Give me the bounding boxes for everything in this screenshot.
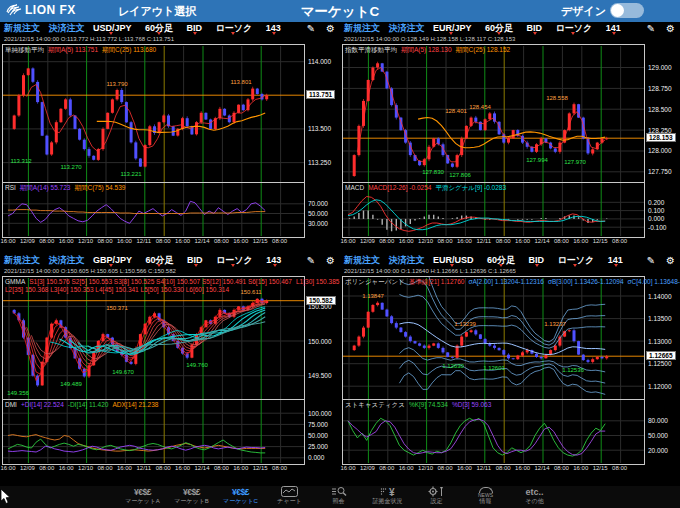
axis-tick: 50.000 bbox=[648, 432, 668, 439]
nav-market-b[interactable]: ¥€$£ マーケットB bbox=[167, 486, 216, 508]
axis-tick: 150.000 bbox=[308, 338, 332, 345]
svg-text:127.806: 127.806 bbox=[449, 172, 471, 178]
panel-gbpjpy: 新規注文 決済注文 GBP/JPY 60分足 BID ローソク 143 ✎⚙ 2… bbox=[0, 254, 340, 486]
currency-icon: ¥€$£ bbox=[118, 486, 167, 498]
chart-canvas[interactable]: 113.790113.801113.312113.270113.221単純移動平… bbox=[2, 44, 305, 238]
axis-tick: 127.750 bbox=[648, 168, 672, 175]
pair-select[interactable]: USD/JPY bbox=[93, 22, 132, 35]
chart-type-select[interactable]: ローソク bbox=[556, 22, 593, 35]
svg-text:113.801: 113.801 bbox=[230, 79, 252, 85]
axis-tick: 129.000 bbox=[648, 64, 672, 71]
bar-count-select[interactable]: 143 bbox=[266, 22, 281, 35]
bar-count-select[interactable]: 143 bbox=[266, 254, 281, 267]
bid-ask-select[interactable]: BID bbox=[187, 254, 203, 267]
mouse-cursor bbox=[0, 489, 12, 505]
nav-market-a[interactable]: ¥€$£ マーケットA bbox=[118, 486, 167, 508]
time-tick: 08:00 bbox=[269, 238, 291, 244]
close-order-link[interactable]: 決済注文 bbox=[389, 255, 425, 265]
axis-tick: 149.500 bbox=[308, 372, 332, 379]
close-order-link[interactable]: 決済注文 bbox=[49, 255, 85, 265]
margin-yen-icon: ¥ bbox=[363, 486, 412, 498]
svg-text:113.790: 113.790 bbox=[106, 81, 128, 87]
chart-canvas[interactable]: 128.401128.454128.558127.830127.806127.9… bbox=[342, 44, 645, 238]
top-bar: LION FX レイアウト選択 マーケットC デザイン bbox=[0, 0, 680, 22]
currency-icon: ¥€$£ bbox=[216, 486, 265, 498]
panel-eurusd: 新規注文 決済注文 EUR/USD 60分足 BID ローソク 141 ✎⚙ 2… bbox=[340, 254, 680, 486]
bid-ask-select[interactable]: BID bbox=[529, 254, 545, 267]
svg-text:127.994: 127.994 bbox=[526, 157, 548, 163]
timeframe-select[interactable]: 60分足 bbox=[485, 22, 513, 35]
bid-ask-select[interactable]: BID bbox=[187, 22, 203, 35]
timeframe-select[interactable]: 60分足 bbox=[145, 22, 173, 35]
close-order-link[interactable]: 決済注文 bbox=[389, 23, 425, 33]
time-tick: 08:00 bbox=[609, 465, 631, 471]
indicator-readout: 指数平滑移動平均期間A(5) 128.130期間C(25) 128.152 bbox=[345, 46, 514, 54]
axis-tick: 75.000 bbox=[308, 421, 328, 428]
axis-tick: -0.100 bbox=[648, 224, 666, 231]
nav-settings[interactable]: 設定 bbox=[412, 486, 461, 508]
indicator-readout: ボリンジャーバンド基準線[21] 1.12760σA[2.00] 1.13204… bbox=[345, 278, 680, 286]
nav-inquiry[interactable]: 照会 bbox=[314, 486, 363, 508]
price-axis: 114.000113.500113.25070.00050.00030.0001… bbox=[306, 22, 340, 254]
chart-type-select[interactable]: ローソク bbox=[216, 22, 253, 35]
axis-tick: 0.000 bbox=[648, 215, 664, 222]
nav-chart[interactable]: チャート bbox=[265, 486, 314, 508]
axis-tick: 20.000 bbox=[648, 447, 668, 454]
chart-type-select[interactable]: ローソク bbox=[216, 254, 253, 267]
price-axis: 1.140001.135001.130001.125001.1200080.00… bbox=[646, 254, 680, 486]
timeframe-select[interactable]: 60分足 bbox=[487, 254, 515, 267]
sub-indicator-readout: RSI期間A(14) 55.723期間C(75) 54.539 bbox=[5, 184, 129, 192]
etc-icon: etc.. bbox=[510, 486, 559, 498]
svg-text:¥: ¥ bbox=[389, 487, 395, 498]
design-toggle[interactable] bbox=[610, 3, 644, 18]
svg-text:1.13237: 1.13237 bbox=[544, 321, 566, 327]
timeframe-select[interactable]: 60分足 bbox=[146, 254, 174, 267]
pair-select[interactable]: EUR/USD bbox=[433, 254, 474, 267]
time-axis: 16:0012/0908:0016:0012/1008:0016:0012/11… bbox=[2, 465, 305, 475]
bid-ask-select[interactable]: BID bbox=[527, 22, 543, 35]
chart-canvas[interactable]: 150.371150.611149.356149.489149.670149.7… bbox=[2, 276, 305, 465]
nav-market-c[interactable]: ¥€$£ マーケットC bbox=[216, 486, 265, 508]
currency-icon: ¥€$£ bbox=[167, 486, 216, 498]
new-order-link[interactable]: 新規注文 bbox=[344, 255, 380, 265]
svg-text:1.12536: 1.12536 bbox=[562, 367, 584, 373]
axis-tick: 50.000 bbox=[308, 210, 328, 217]
axis-tick: 0.200 bbox=[648, 199, 664, 206]
chart-type-select[interactable]: ローソク bbox=[558, 254, 595, 267]
svg-text:1.13239: 1.13239 bbox=[454, 321, 476, 327]
sub-indicator-readout: DMI+DI[14] 22.524-DI[14] 11.420ADX[14] 2… bbox=[5, 401, 162, 409]
svg-text:128.401: 128.401 bbox=[445, 108, 467, 114]
toggle-knob bbox=[611, 4, 624, 17]
indicator-readout: GMMAS1[3] 150.576 S2[5] 150.553 S3[8] 15… bbox=[5, 278, 343, 293]
nav-margin-status[interactable]: ¥ 証拠金状況 bbox=[363, 486, 412, 508]
close-order-link[interactable]: 決済注文 bbox=[49, 23, 85, 33]
panel-header: 新規注文 決済注文 USD/JPY 60分足 BID ローソク 143 ✎⚙ bbox=[0, 22, 340, 36]
svg-text:127.970: 127.970 bbox=[564, 159, 586, 165]
nav-news[interactable]: NEWS 情報 bbox=[461, 486, 510, 508]
current-price-badge: 150.582 bbox=[306, 296, 336, 305]
panel-header: 新規注文 決済注文 GBP/JPY 60分足 BID ローソク 143 ✎⚙ bbox=[0, 254, 340, 268]
axis-tick: 50.000 bbox=[308, 432, 328, 439]
pair-select[interactable]: EUR/JPY bbox=[433, 22, 472, 35]
ohlc-readout: 2021/12/15 14:00:00 O:128.149 H:128.158 … bbox=[344, 36, 515, 44]
time-axis: 16:0012/0908:0016:0012/1008:0016:0012/11… bbox=[2, 238, 305, 248]
chart-canvas[interactable]: 1.138471.132391.132371.126301.126011.125… bbox=[342, 276, 645, 465]
bar-count-select[interactable]: 141 bbox=[608, 254, 623, 267]
time-tick: 08:00 bbox=[269, 465, 291, 471]
svg-text:149.489: 149.489 bbox=[60, 381, 82, 387]
axis-tick: 1.14000 bbox=[648, 293, 672, 300]
axis-tick: 25.000 bbox=[308, 443, 328, 450]
ohlc-readout: 2021/12/15 14:00:00 O:1.12640 H:1.12666 … bbox=[344, 268, 516, 276]
new-order-link[interactable]: 新規注文 bbox=[4, 255, 40, 265]
bottom-nav: ¥€$£ マーケットA ¥€$£ マーケットB ¥€$£ マーケットC チャート… bbox=[0, 486, 680, 508]
pair-select[interactable]: GBP/JPY bbox=[93, 254, 132, 267]
new-order-link[interactable]: 新規注文 bbox=[4, 23, 40, 33]
bar-count-select[interactable]: 141 bbox=[606, 22, 621, 35]
ohlc-readout: 2021/12/15 14:00:00 O:150.605 H:150.605 … bbox=[4, 268, 176, 276]
svg-text:113.221: 113.221 bbox=[120, 171, 142, 177]
new-order-link[interactable]: 新規注文 bbox=[344, 23, 380, 33]
axis-tick: 128.000 bbox=[648, 147, 672, 154]
current-price-badge: 128.153 bbox=[646, 133, 676, 142]
axis-tick: 1.13000 bbox=[648, 338, 672, 345]
nav-etc[interactable]: etc.. その他 bbox=[510, 486, 559, 508]
